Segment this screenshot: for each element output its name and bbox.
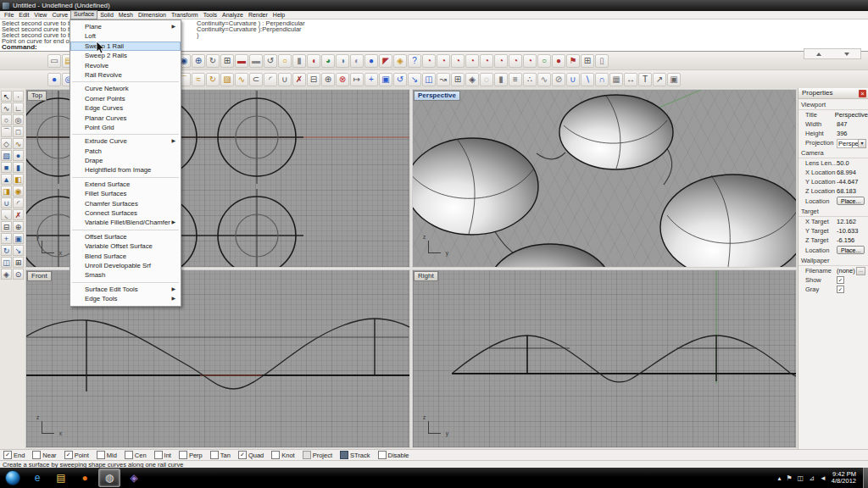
toolbar-icon[interactable]: ◔ [465, 54, 479, 68]
osnap-toggle[interactable]: Mid [97, 451, 117, 459]
property-row[interactable]: Projection Perspe... [798, 138, 868, 147]
toolbar-icon[interactable]: ◔ [437, 54, 450, 68]
surface-menu-item[interactable] [72, 177, 179, 178]
taskbar-app-icon[interactable]: ◍ [98, 469, 120, 487]
surface-menu-item[interactable]: Fillet Surfaces [70, 189, 181, 198]
property-row[interactable]: X Target 12.162 [798, 217, 868, 226]
osnap-checkbox[interactable] [32, 451, 41, 459]
toolbar-icon[interactable]: ∪ [278, 73, 292, 86]
osnap-toggle[interactable]: Project [303, 451, 332, 459]
toolbar-icon[interactable]: ≡ [509, 73, 522, 86]
taskbar-app-icon[interactable]: e [27, 469, 47, 486]
side-toolbar-icon[interactable]: ◟ [1, 209, 12, 220]
menu-item[interactable]: Solid [97, 11, 116, 19]
toolbar-icon[interactable]: ∪ [566, 73, 580, 86]
surface-menu-item[interactable]: Blend Surface [70, 252, 181, 261]
toolbar-icon[interactable]: ▯ [595, 54, 609, 68]
toolbar-icon[interactable]: ∴ [523, 73, 537, 86]
show-desktop-button[interactable] [863, 468, 868, 488]
toolbar-icon[interactable]: ◔ [523, 54, 537, 68]
surface-menu-item[interactable] [72, 230, 179, 230]
surface-menu-item[interactable]: Edge Tools ▶ [70, 294, 181, 303]
toolbar-icon[interactable]: ⊂ [249, 73, 263, 86]
toolbar-icon[interactable]: ▦ [609, 73, 623, 86]
toolbar-icon[interactable]: ⊕ [192, 54, 205, 68]
checkbox[interactable]: ✓ [837, 276, 844, 284]
menu-item[interactable]: Curve [49, 11, 70, 19]
surface-menu-item[interactable]: Loft [70, 31, 181, 41]
surface-menu-item[interactable]: Variable Fillet/Blend/Chamfer ▶ [70, 218, 181, 227]
toolbar-icon[interactable]: ⚑ [566, 54, 580, 68]
taskbar-app-icon[interactable]: ● [75, 469, 95, 486]
osnap-checkbox[interactable] [303, 451, 311, 459]
osnap-checkbox[interactable] [271, 451, 280, 459]
surface-menu-item[interactable]: Drape [70, 156, 181, 165]
menu-item[interactable]: Dimension [136, 11, 169, 19]
toolbar-icon[interactable]: ◜ [264, 73, 277, 86]
surface-menu-item[interactable]: Rail Revolve [70, 70, 181, 80]
toolbar-icon[interactable]: ◌ [480, 73, 493, 86]
toolbar-icon[interactable]: ▬ [249, 54, 263, 68]
tray-icon[interactable]: ◫ [798, 474, 804, 482]
osnap-checkbox[interactable] [179, 451, 187, 459]
tray-icon[interactable]: ⚑ [786, 474, 792, 482]
taskbar-app-icon[interactable]: ◈ [124, 469, 144, 486]
side-toolbar-icon[interactable]: ◇ [1, 138, 12, 149]
osnap-checkbox[interactable] [340, 451, 348, 459]
taskbar-clock[interactable]: 9:42 PM 4/8/2012 [832, 471, 856, 485]
osnap-toggle[interactable]: Near [32, 451, 56, 459]
side-toolbar-icon[interactable]: ↘ [13, 245, 24, 256]
surface-menu-item[interactable]: Sweep 2 Rails [70, 51, 181, 60]
side-toolbar-icon[interactable]: ∿ [1, 103, 12, 114]
toolbar-icon[interactable]: ◑ [336, 54, 349, 68]
osnap-toggle[interactable]: Knot [271, 451, 294, 459]
side-toolbar-icon[interactable]: ■ [1, 162, 12, 173]
surface-menu-item[interactable]: Unroll Developable Srf [70, 261, 181, 270]
menu-item[interactable]: Mesh [116, 11, 136, 19]
viewport-right-label[interactable]: Right [414, 271, 438, 281]
tray-icon[interactable]: ▴ [777, 474, 781, 482]
osnap-checkbox[interactable] [378, 451, 387, 459]
toolbar-icon[interactable]: ▮ [494, 73, 508, 86]
toolbar-icon[interactable]: ⊗ [336, 73, 349, 86]
side-toolbar-icon[interactable]: ○ [1, 114, 12, 125]
osnap-checkbox[interactable]: ✓ [64, 451, 73, 459]
toolbar-icon[interactable]: ↘ [408, 73, 421, 86]
menu-item[interactable]: Help [270, 11, 287, 19]
menu-item[interactable]: File [2, 11, 16, 19]
menu-item[interactable]: View [31, 11, 49, 19]
surface-menu-item[interactable]: Extend Surface [70, 180, 181, 189]
toolbar-icon[interactable]: ▣ [379, 73, 392, 86]
surface-menu-item[interactable]: Corner Points [70, 94, 181, 103]
surface-menu-item[interactable]: Planar Curves [70, 114, 181, 123]
surface-menu-item[interactable]: Edge Curves [70, 103, 181, 113]
side-toolbar-icon[interactable]: ⊙ [13, 269, 24, 280]
viewport-right[interactable]: Right z y [412, 269, 797, 448]
osnap-toggle[interactable]: ✓ Point [64, 451, 89, 459]
toolbar-icon[interactable]: ● [552, 54, 565, 68]
toolbar-icon[interactable]: ✗ [292, 73, 306, 86]
toolbar-icon[interactable]: + [364, 73, 378, 86]
side-toolbar-icon[interactable]: ◧ [13, 174, 24, 185]
osnap-toggle[interactable]: ✓ Quad [238, 451, 264, 459]
toolbar-icon[interactable]: ◔ [494, 54, 508, 68]
side-toolbar-icon[interactable]: ● [13, 150, 24, 161]
title-bar[interactable]: Untitled - Undefined (Undefined) [0, 0, 868, 11]
checkbox[interactable]: ✓ [837, 286, 844, 293]
toolbar-icon[interactable]: ⊕ [321, 73, 335, 86]
property-row[interactable]: Title Perspective [798, 110, 868, 119]
property-row[interactable]: Y Location -44.647 [798, 177, 868, 186]
toolbar-icon[interactable]: ↦ [350, 73, 364, 86]
toolbar-icon[interactable]: ○ [278, 54, 292, 68]
menu-item[interactable]: Surface [70, 10, 97, 19]
toolbar-icon[interactable]: ⊞ [451, 73, 465, 86]
menu-item[interactable]: Edit [16, 11, 31, 19]
toolbar-icon[interactable]: ◤ [379, 54, 392, 68]
osnap-checkbox[interactable]: ✓ [3, 451, 12, 459]
surface-menu-item[interactable]: Point Grid [70, 123, 181, 132]
menu-item[interactable]: Render [246, 11, 270, 19]
osnap-toggle[interactable]: ✓ End [3, 451, 25, 459]
surface-menu-item[interactable]: Heightfield from Image [70, 165, 181, 175]
toolbar-icon[interactable]: ↻ [206, 54, 220, 68]
viewport-perspective-label[interactable]: Perspective [414, 91, 460, 101]
